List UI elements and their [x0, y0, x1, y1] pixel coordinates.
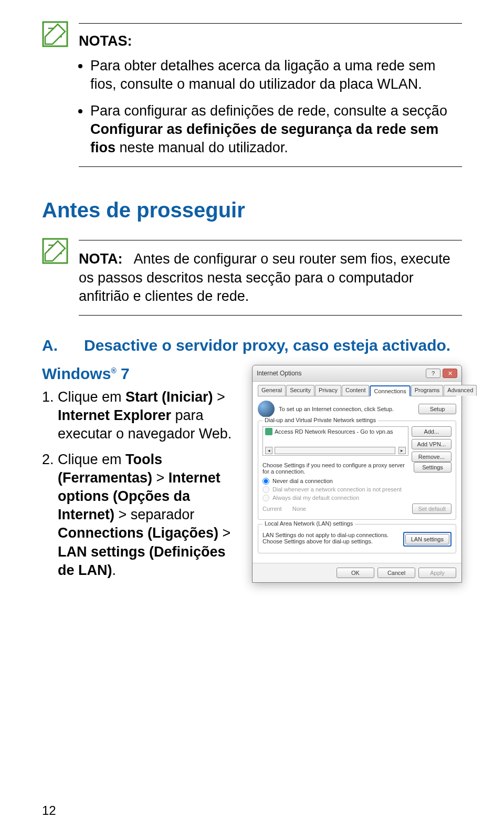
add-button[interactable]: Add... [412, 426, 452, 437]
tab-security[interactable]: Security [286, 385, 314, 396]
two-column-area: Windows® 7 Clique em Start (Iniciar) > I… [42, 365, 462, 587]
radio-always[interactable]: Always dial my default connection [262, 495, 452, 501]
tabs: General Security Privacy Content Connect… [258, 385, 456, 396]
scroll-left-icon[interactable]: ◂ [265, 447, 272, 454]
dialog-titlebar: Internet Options ? ✕ [253, 365, 461, 382]
internet-options-dialog: Internet Options ? ✕ General Security Pr… [252, 365, 462, 583]
setup-text: To set up an Internet connection, click … [279, 406, 414, 412]
nota2-box: NOTA: Antes de configurar o seu router s… [42, 238, 462, 315]
dialog-footer: OK Cancel Apply [253, 563, 461, 582]
radio-whenever-input[interactable] [262, 486, 269, 493]
connection-icon [265, 428, 272, 435]
setup-button[interactable]: Setup [418, 404, 456, 414]
horizontal-scrollbar[interactable]: ◂ ▸ [265, 447, 406, 454]
lan-text: LAN Settings do not apply to dial-up con… [262, 532, 399, 544]
connections-listbox[interactable]: Access RD Network Resources - Go to vpn.… [262, 426, 408, 456]
setup-row: To set up an Internet connection, click … [258, 401, 456, 417]
left-column: Windows® 7 Clique em Start (Iniciar) > I… [42, 365, 236, 587]
dialog-title: Internet Options [257, 370, 301, 377]
apply-button[interactable]: Apply [418, 568, 456, 578]
note-icon [42, 21, 68, 47]
notas-bullet-1: Para obter detalhes acerca da ligação a … [90, 57, 462, 93]
section-a-title: Desactive o servidor proxy, caso esteja … [84, 337, 450, 354]
list-item[interactable]: Access RD Network Resources - Go to vpn.… [265, 428, 406, 435]
tab-content[interactable]: Content [342, 385, 370, 396]
lan-settings-button[interactable]: LAN settings [405, 534, 449, 544]
ok-button[interactable]: OK [337, 568, 374, 578]
scroll-right-icon[interactable]: ▸ [398, 447, 406, 454]
add-vpn-button[interactable]: Add VPN... [412, 439, 452, 449]
steps-list: Clique em Start (Iniciar) > Internet Exp… [42, 388, 236, 580]
section-a-letter: A. [42, 337, 63, 354]
proxy-text: Choose Settings if you need to configure… [262, 462, 410, 475]
radio-whenever[interactable]: Dial whenever a network connection is no… [262, 486, 452, 493]
page-number: 12 [42, 803, 56, 818]
notas-box: NOTAS: Para obter detalhes acerca da lig… [42, 21, 462, 167]
notas-title: NOTAS: [79, 33, 462, 49]
note-icon [42, 238, 68, 264]
close-button[interactable]: ✕ [443, 369, 457, 378]
remove-button[interactable]: Remove... [412, 452, 452, 462]
dialup-group: Dial-up and Virtual Private Network sett… [258, 421, 456, 520]
radio-never[interactable]: Never dial a connection [262, 478, 452, 485]
globe-icon [258, 401, 275, 417]
set-default-button[interactable]: Set default [412, 504, 452, 514]
notas-body: NOTAS: Para obter detalhes acerca da lig… [79, 21, 462, 167]
settings-button[interactable]: Settings [414, 462, 452, 473]
current-value: None [292, 506, 306, 512]
dialup-group-title: Dial-up and Virtual Private Network sett… [262, 417, 378, 423]
section-heading: Antes de prosseguir [42, 198, 462, 222]
section-a-heading: A. Desactive o servidor proxy, caso este… [42, 337, 462, 354]
scroll-track[interactable] [275, 447, 395, 454]
notas-bullet-2: Para configurar as definições de rede, c… [90, 102, 462, 157]
tab-general[interactable]: General [258, 385, 286, 396]
nota2-text: NOTA: Antes de configurar o seu router s… [79, 250, 462, 305]
radio-never-input[interactable] [262, 478, 269, 485]
lan-group: Local Area Network (LAN) settings LAN Se… [258, 524, 456, 553]
dialog-screenshot: Internet Options ? ✕ General Security Pr… [252, 365, 462, 583]
step-1: Clique em Start (Iniciar) > Internet Exp… [58, 388, 236, 443]
tab-privacy[interactable]: Privacy [315, 385, 341, 396]
dialog-content: General Security Privacy Content Connect… [253, 382, 461, 563]
notas-bullets: Para obter detalhes acerca da ligação a … [79, 57, 462, 157]
os-heading: Windows® 7 [42, 365, 236, 383]
radio-always-input[interactable] [262, 495, 269, 501]
current-label: Current [262, 506, 282, 512]
lan-group-title: Local Area Network (LAN) settings [262, 520, 355, 527]
cancel-button[interactable]: Cancel [377, 568, 415, 578]
step-2: Clique em Tools (Ferramentas) > Internet… [58, 450, 236, 580]
tab-programs[interactable]: Programs [411, 385, 444, 396]
tab-connections[interactable]: Connections [370, 385, 410, 396]
nota2-body: NOTA: Antes de configurar o seu router s… [79, 238, 462, 315]
help-button[interactable]: ? [426, 369, 440, 378]
tab-advanced[interactable]: Advanced [444, 385, 477, 396]
lan-button-highlight: LAN settings [403, 532, 452, 547]
